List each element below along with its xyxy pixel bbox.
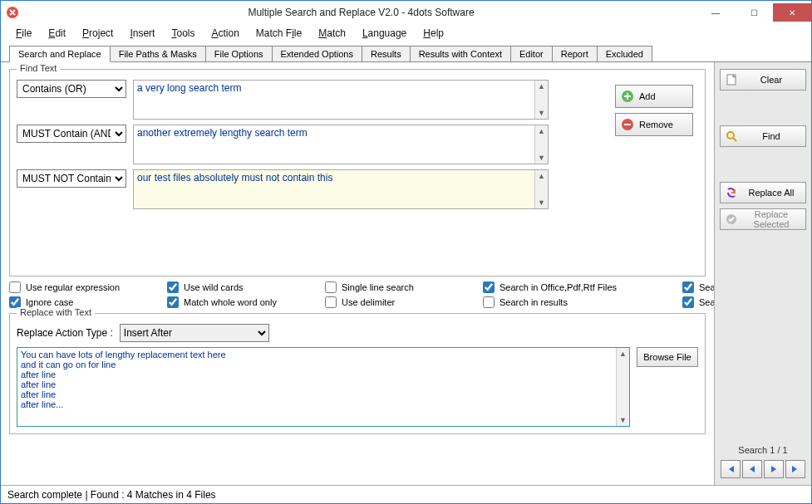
replace-text-input[interactable]: You can have lots of lengthy replacement… bbox=[17, 348, 616, 426]
replace-all-label: Replace All bbox=[742, 188, 800, 198]
find-label: Find bbox=[742, 131, 800, 141]
find-row-2: MUST Contain (AND) another extremely len… bbox=[17, 125, 549, 164]
opt-search-office[interactable]: Search in Office,Pdf,Rtf Files bbox=[483, 281, 649, 293]
tab-search-replace[interactable]: Search and Replace bbox=[9, 46, 111, 62]
clear-button[interactable]: Clear bbox=[720, 69, 806, 91]
opt-label: Search in results bbox=[500, 297, 568, 307]
find-text-input-1[interactable]: a very long search term bbox=[134, 81, 534, 119]
browse-file-button[interactable]: Browse File bbox=[637, 347, 698, 367]
opt-label: Single line search bbox=[342, 282, 414, 292]
status-bar: Search complete | Found : 4 Matches in 4… bbox=[1, 485, 811, 503]
svg-point-4 bbox=[727, 132, 734, 139]
replace-group: Replace with Text Replace Action Type : … bbox=[9, 313, 706, 434]
menu-matchfile[interactable]: Match File bbox=[248, 26, 310, 41]
scroll-indicator[interactable]: ▲▼ bbox=[534, 125, 548, 164]
replace-group-legend: Replace with Text bbox=[17, 307, 95, 317]
menu-file[interactable]: File bbox=[7, 26, 40, 41]
menu-language[interactable]: Language bbox=[354, 26, 415, 41]
find-text-input-2[interactable]: another extremely lengthy search term bbox=[134, 125, 534, 164]
nav-prev-button[interactable] bbox=[742, 460, 762, 478]
replace-action-label: Replace Action Type : bbox=[17, 327, 113, 339]
side-panel: Clear Find Replace All Replace Selected … bbox=[714, 62, 811, 485]
find-group-legend: Find Text bbox=[17, 63, 60, 73]
opt-search-binary[interactable]: Search in binary files bbox=[682, 296, 714, 308]
menu-tools[interactable]: Tools bbox=[163, 26, 203, 41]
tab-results-context[interactable]: Results with Context bbox=[410, 46, 511, 61]
document-icon bbox=[726, 74, 737, 86]
add-button[interactable]: Add bbox=[615, 85, 693, 108]
opt-label: Search in binary files bbox=[699, 297, 714, 307]
minimize-button[interactable]: — bbox=[696, 3, 735, 22]
opt-ignore-case[interactable]: Ignore case bbox=[9, 296, 134, 308]
menu-bar: File Edit Project Insert Tools Action Ma… bbox=[1, 24, 811, 42]
replace-all-button[interactable]: Replace All bbox=[720, 182, 806, 203]
find-row-1: Contains (OR) a very long search term ▲▼ bbox=[17, 80, 549, 120]
window-title: Multiple Search and Replace V2.0 - 4dots… bbox=[26, 7, 696, 18]
menu-insert[interactable]: Insert bbox=[121, 26, 163, 41]
tab-excluded[interactable]: Excluded bbox=[597, 46, 652, 61]
find-mode-select-2[interactable]: MUST Contain (AND) bbox=[17, 125, 126, 143]
scroll-indicator[interactable]: ▲▼ bbox=[534, 81, 548, 119]
opt-label: Ignore case bbox=[26, 297, 73, 307]
opt-whole-word[interactable]: Match whole word only bbox=[167, 296, 292, 308]
menu-edit[interactable]: Edit bbox=[40, 26, 74, 41]
app-icon bbox=[6, 6, 19, 19]
opt-label: Use wild cards bbox=[184, 282, 244, 292]
replace-icon bbox=[726, 187, 737, 198]
add-remove-group: Add Remove bbox=[615, 85, 693, 136]
add-label: Add bbox=[639, 91, 687, 101]
tab-editor[interactable]: Editor bbox=[510, 46, 553, 61]
scroll-indicator[interactable]: ▲▼ bbox=[534, 170, 548, 208]
nav-next-button[interactable] bbox=[764, 460, 784, 478]
tab-file-paths[interactable]: File Paths & Masks bbox=[110, 46, 206, 61]
tab-report[interactable]: Report bbox=[552, 46, 598, 61]
scroll-indicator[interactable]: ▲▼ bbox=[616, 348, 629, 426]
tab-extended[interactable]: Extended Options bbox=[272, 46, 362, 61]
check-icon bbox=[726, 213, 737, 225]
close-button[interactable]: ✕ bbox=[773, 3, 811, 22]
opt-wildcards[interactable]: Use wild cards bbox=[167, 281, 292, 293]
remove-button[interactable]: Remove bbox=[615, 113, 693, 136]
opt-single-line[interactable]: Single line search bbox=[325, 281, 450, 293]
replace-selected-label: Replace Selected bbox=[742, 209, 800, 229]
replace-action-select[interactable]: Insert After bbox=[120, 324, 269, 342]
status-text: Search complete | Found : 4 Matches in 4… bbox=[7, 489, 216, 501]
tab-file-options[interactable]: File Options bbox=[205, 46, 273, 61]
maximize-button[interactable]: ☐ bbox=[735, 3, 773, 22]
plus-icon bbox=[621, 90, 634, 103]
opt-label: Search in Office,Pdf,Rtf Files bbox=[500, 282, 617, 292]
options-row: Use regular expression Ignore case Use w… bbox=[9, 281, 706, 308]
opt-label: Search in compressed archives bbox=[699, 282, 714, 292]
find-mode-select-3[interactable]: MUST NOT Contain (NO bbox=[17, 169, 126, 188]
replace-selected-button[interactable]: Replace Selected bbox=[720, 208, 806, 230]
search-nav-label: Search 1 / 1 bbox=[720, 445, 806, 455]
remove-label: Remove bbox=[639, 120, 687, 130]
clear-label: Clear bbox=[742, 75, 800, 85]
find-button[interactable]: Find bbox=[720, 125, 806, 147]
nav-first-button[interactable] bbox=[721, 460, 741, 478]
minus-icon bbox=[621, 118, 634, 131]
menu-match[interactable]: Match bbox=[310, 26, 354, 41]
tab-results[interactable]: Results bbox=[362, 46, 411, 61]
opt-label: Match whole word only bbox=[184, 297, 277, 307]
find-mode-select-1[interactable]: Contains (OR) bbox=[17, 80, 126, 98]
main-area: Find Text Contains (OR) a very long sear… bbox=[1, 62, 811, 485]
opt-use-regex[interactable]: Use regular expression bbox=[9, 281, 134, 293]
nav-last-button[interactable] bbox=[785, 460, 805, 478]
window-controls: — ☐ ✕ bbox=[696, 3, 811, 22]
tab-strip: Search and Replace File Paths & Masks Fi… bbox=[1, 42, 811, 62]
opt-search-results[interactable]: Search in results bbox=[483, 296, 649, 308]
menu-project[interactable]: Project bbox=[74, 26, 121, 41]
nav-buttons bbox=[720, 460, 806, 478]
menu-help[interactable]: Help bbox=[415, 26, 452, 41]
menu-action[interactable]: Action bbox=[203, 26, 247, 41]
find-text-input-3[interactable]: our test files absolutely must not conta… bbox=[134, 170, 534, 208]
content-panel: Find Text Contains (OR) a very long sear… bbox=[1, 62, 714, 485]
opt-use-delimiter[interactable]: Use delimiter bbox=[325, 296, 450, 308]
opt-search-compressed[interactable]: Search in compressed archives bbox=[682, 281, 714, 293]
title-bar: Multiple Search and Replace V2.0 - 4dots… bbox=[1, 1, 811, 24]
find-text-group: Find Text Contains (OR) a very long sear… bbox=[9, 69, 706, 276]
search-icon bbox=[726, 130, 737, 142]
opt-label: Use regular expression bbox=[26, 282, 120, 292]
find-row-3: MUST NOT Contain (NO our test files abso… bbox=[17, 169, 549, 209]
